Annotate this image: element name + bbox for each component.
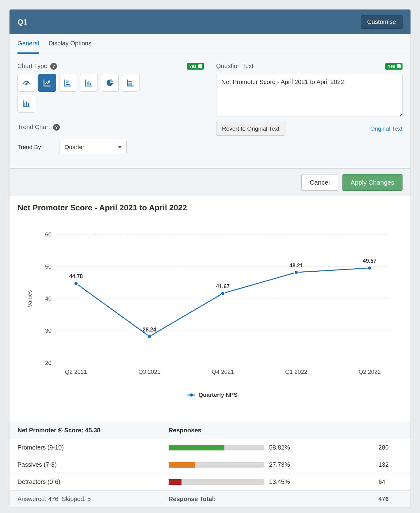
chart-type-stacked-horizontal[interactable] [122, 74, 139, 92]
svg-point-17 [74, 281, 78, 285]
row-count: 64 [370, 473, 410, 491]
svg-text:41.67: 41.67 [216, 283, 230, 289]
action-bar: Cancel Apply Changes [10, 168, 410, 196]
question-text-input[interactable]: Net Promoter Score - April 2021 to April… [216, 74, 403, 117]
svg-point-28 [190, 393, 193, 396]
card-header: Q1 Customise [10, 10, 410, 34]
chart-type-horizontal-bar[interactable] [59, 74, 77, 92]
svg-text:50: 50 [45, 263, 52, 270]
response-total: 476 [370, 491, 410, 508]
tab-display-options[interactable]: Display Options [48, 34, 91, 54]
svg-text:Q2 2022: Q2 2022 [359, 369, 381, 375]
chart-type-vertical-bar[interactable] [80, 74, 98, 92]
svg-text:Q2 2021: Q2 2021 [65, 369, 87, 375]
revert-text-button[interactable]: Revert to Original Text [216, 122, 285, 136]
row-bar: 27.73% [161, 456, 371, 473]
chart-type-options [17, 74, 140, 113]
config-panel: Chart Type ? Yes [10, 54, 410, 168]
trend-by-select[interactable]: Quarter [59, 140, 127, 154]
trend-by-label: Trend By [17, 144, 41, 151]
tab-general[interactable]: General [17, 34, 39, 54]
svg-text:44.78: 44.78 [69, 273, 83, 279]
table-row: Promoters (9-10) 58.82% 280 [10, 439, 410, 456]
svg-text:48.21: 48.21 [289, 262, 303, 269]
question-text-toggle[interactable]: Yes [385, 63, 403, 70]
chart-type-stacked-vertical[interactable] [17, 95, 35, 113]
chart-type-gauge[interactable] [17, 74, 35, 92]
svg-text:Values: Values [26, 290, 33, 307]
row-label: Detractors (0-6) [10, 473, 161, 491]
svg-text:30: 30 [45, 327, 52, 334]
th-responses: Responses [161, 422, 371, 439]
chart-type-toggle[interactable]: Yes [187, 63, 204, 70]
report-card: Q1 Customise General Display Options Cha… [9, 9, 411, 508]
response-table: Net Promoter ® Score: 45.38 Responses Pr… [10, 422, 410, 507]
chart-title: Net Promoter Score - April 2021 to April… [17, 203, 403, 212]
response-total-label: Response Total: [161, 491, 371, 508]
help-icon[interactable]: ? [53, 124, 60, 131]
svg-text:Q1 2022: Q1 2022 [285, 369, 307, 375]
th-score: Net Promoter ® Score: 45.38 [10, 422, 161, 439]
svg-text:28.24: 28.24 [143, 327, 156, 333]
card-title: Q1 [17, 18, 27, 26]
row-count: 132 [370, 456, 410, 473]
row-count: 280 [370, 439, 410, 456]
svg-text:60: 60 [45, 231, 52, 238]
chart-type-trend-line[interactable] [38, 74, 56, 92]
svg-point-25 [368, 266, 372, 270]
svg-text:40: 40 [45, 295, 52, 302]
trend-chart-label: Trend Chart [17, 124, 50, 131]
table-row: Passives (7-8) 27.73% 132 [10, 456, 410, 473]
customise-button[interactable]: Customise [361, 15, 403, 29]
trend-chart: 2030405060Q2 2021Q3 2021Q4 2021Q1 2022Q2… [17, 222, 403, 408]
apply-changes-button[interactable]: Apply Changes [342, 174, 403, 191]
table-row: Detractors (0-6) 13.45% 64 [10, 473, 410, 491]
original-text-link[interactable]: Original Text [370, 125, 403, 132]
tab-bar: General Display Options [10, 34, 410, 54]
chart-type-pie[interactable] [101, 74, 119, 92]
chart-type-label: Chart Type [17, 63, 47, 70]
svg-text:20: 20 [45, 360, 52, 366]
question-text-label: Question Text [216, 63, 254, 70]
svg-point-19 [147, 335, 151, 339]
svg-text:49.57: 49.57 [363, 258, 377, 264]
answered-skipped: Answered: 476 Skipped: 5 [10, 491, 161, 508]
row-bar: 58.82% [161, 439, 371, 456]
svg-point-23 [294, 270, 298, 274]
row-label: Promoters (9-10) [10, 439, 161, 456]
cancel-button[interactable]: Cancel [301, 174, 338, 191]
svg-text:Q3 2021: Q3 2021 [138, 369, 160, 375]
svg-text:Quarterly NPS: Quarterly NPS [198, 392, 238, 398]
chart-zone: Net Promoter Score - April 2021 to April… [10, 196, 410, 422]
svg-point-21 [221, 291, 225, 295]
row-bar: 13.45% [161, 473, 371, 491]
row-label: Passives (7-8) [10, 456, 161, 473]
svg-text:Q4 2021: Q4 2021 [212, 369, 234, 375]
help-icon[interactable]: ? [50, 63, 57, 70]
